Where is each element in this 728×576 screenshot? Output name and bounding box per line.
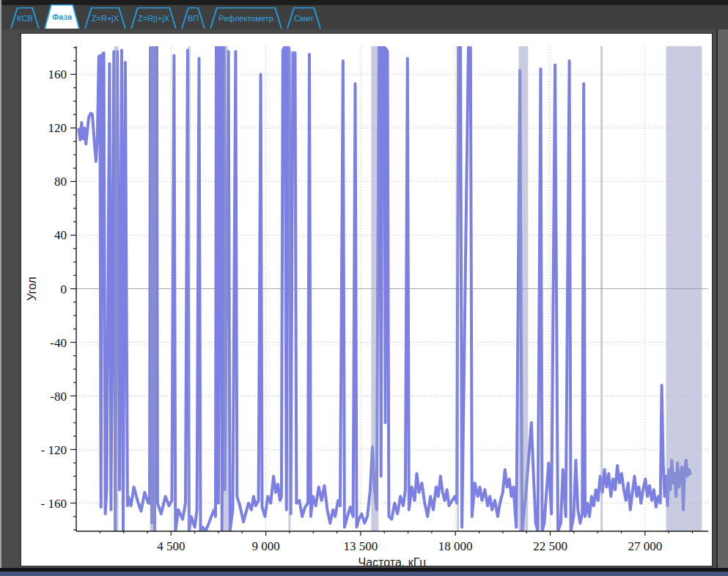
tab-z-r-parallel-jx-label: Z=R||+jX xyxy=(130,7,177,29)
y-axis-title: Угол xyxy=(26,277,38,301)
tab-smith[interactable]: Смит xyxy=(287,7,321,29)
tab-z-r-parallel-jx[interactable]: Z=R||+jX xyxy=(130,7,177,29)
tab-bar: КСВФазаZ=R+jXZ=R||+jXВПРефлектометрСмит xyxy=(10,6,326,29)
window-top-edge xyxy=(0,0,728,5)
phase-chart-panel: 16012080400-40-80- 120- 1604 5009 00013 … xyxy=(21,33,713,566)
tab-ksv-label: КСВ xyxy=(10,7,40,29)
tab-ksv[interactable]: КСВ xyxy=(10,7,40,29)
y-tick-label: 0 xyxy=(61,282,67,296)
window-left-edge xyxy=(0,0,1,576)
tab-z-r-plus-jx[interactable]: Z=R+jX xyxy=(84,7,126,29)
window-bottom-accent-bar xyxy=(0,572,728,576)
tab-z-r-plus-jx-label: Z=R+jX xyxy=(84,7,126,29)
tab-reflectometer[interactable]: Рефлектометр xyxy=(210,7,282,29)
x-tick-label: 27 000 xyxy=(628,539,662,553)
band-160m xyxy=(114,46,118,531)
phase-chart[interactable]: 16012080400-40-80- 120- 1604 5009 00013 … xyxy=(21,34,712,566)
window-right-edge xyxy=(716,29,728,576)
band-40m xyxy=(224,46,228,531)
band-17m xyxy=(457,46,459,531)
band-80m xyxy=(150,46,157,531)
x-tick-label: 9 000 xyxy=(251,539,279,553)
y-tick-label: 160 xyxy=(48,68,67,81)
x-tick-label: 13 500 xyxy=(344,539,378,553)
band-10m xyxy=(666,46,702,531)
tab-smith-label: Смит xyxy=(287,7,321,29)
x-axis-title: Частота, кГц xyxy=(358,556,426,566)
band-12m xyxy=(600,46,603,531)
x-tick-label: 18 000 xyxy=(438,539,473,553)
tab-vp-label: ВП xyxy=(181,7,205,29)
band-15m xyxy=(518,46,528,531)
y-tick-label: 40 xyxy=(54,228,67,242)
tab-reflectometer-label: Рефлектометр xyxy=(210,7,282,29)
y-tick-label: 80 xyxy=(54,175,67,189)
band-30m xyxy=(288,46,290,531)
x-tick-label: 22 500 xyxy=(533,539,567,553)
band-20m xyxy=(371,46,378,531)
tab-faza[interactable]: Фаза xyxy=(44,4,80,29)
y-tick-label: - 160 xyxy=(41,497,67,511)
y-tick-label: -80 xyxy=(50,390,67,404)
x-tick-label: 4 500 xyxy=(157,539,185,553)
band-60m xyxy=(188,46,191,531)
tab-vp[interactable]: ВП xyxy=(181,7,205,29)
y-tick-label: - 120 xyxy=(41,443,67,457)
y-tick-label: -40 xyxy=(50,336,67,350)
tab-faza-label: Фаза xyxy=(44,4,80,29)
y-tick-label: 120 xyxy=(48,121,67,135)
